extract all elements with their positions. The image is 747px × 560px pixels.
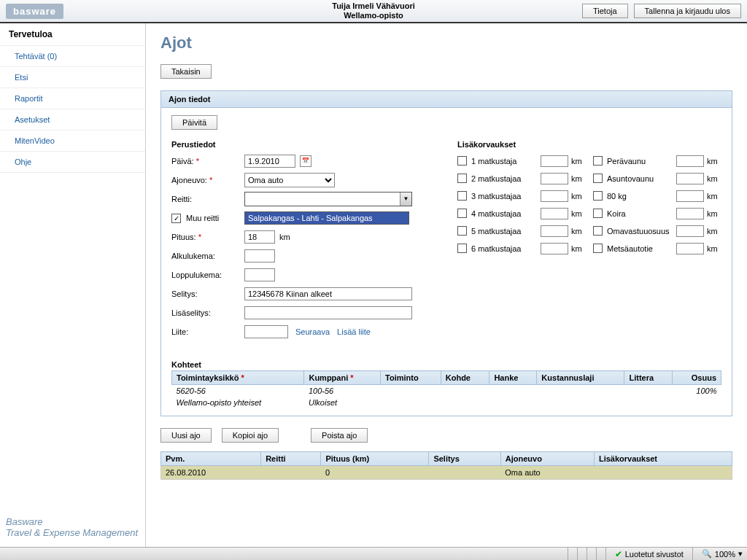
comp-km-input[interactable] bbox=[676, 155, 704, 167]
logo: basware bbox=[6, 4, 63, 19]
comp-km-input[interactable] bbox=[541, 225, 568, 237]
comp-km-input[interactable] bbox=[541, 243, 568, 254]
km-unit: km bbox=[279, 233, 290, 241]
ajoneuvo-select[interactable]: Oma auto bbox=[244, 173, 335, 187]
comp-km-input[interactable] bbox=[541, 208, 568, 219]
comp-checkbox[interactable] bbox=[593, 174, 603, 183]
calendar-icon[interactable]: 📅 bbox=[300, 155, 311, 167]
zoom-icon: 🔍 bbox=[702, 549, 712, 559]
label-pituus: Pituus: * bbox=[171, 233, 244, 241]
km-unit: km bbox=[571, 244, 586, 253]
sidebar: Tervetuloa Tehtävät (0) Etsi Raportit As… bbox=[0, 23, 146, 547]
km-unit: km bbox=[707, 227, 721, 236]
sidebar-item-video[interactable]: MitenVideo bbox=[0, 131, 145, 152]
kohteet-header: Hanke bbox=[489, 371, 537, 385]
kopioi-ajo-button[interactable]: Kopioi ajo bbox=[222, 428, 279, 443]
kohteet-header: Osuus bbox=[673, 371, 721, 385]
ajon-tiedot-panel: Ajon tiedot Päivitä Perustiedot Päivä: *… bbox=[160, 90, 732, 416]
comp-checkbox[interactable] bbox=[593, 209, 603, 218]
info-button[interactable]: Tietoja bbox=[582, 4, 628, 18]
comp-checkbox[interactable] bbox=[593, 156, 603, 166]
comp-km-input[interactable] bbox=[541, 155, 568, 167]
footer-product: Travel & Expense Management bbox=[6, 527, 138, 538]
comp-row: Koirakm bbox=[593, 206, 721, 221]
kohteet-table: Toimintayksikkö *Kumppani *ToimintoKohde… bbox=[171, 370, 721, 408]
back-button[interactable]: Takaisin bbox=[160, 64, 212, 79]
comp-checkbox[interactable] bbox=[593, 191, 603, 201]
comp-km-input[interactable] bbox=[676, 225, 704, 237]
update-button[interactable]: Päivitä bbox=[171, 115, 217, 130]
header-user-org: Tuija Irmeli Vähävuori Wellamo-opisto bbox=[332, 1, 415, 20]
comp-row: Perävaunukm bbox=[593, 153, 721, 168]
table-row[interactable]: 26.08.20100Oma auto bbox=[161, 466, 732, 480]
paiva-input[interactable] bbox=[244, 155, 295, 168]
liite-input[interactable] bbox=[244, 325, 288, 338]
ajot-cell: 0 bbox=[321, 466, 429, 480]
comp-label: 4 matkustajaa bbox=[470, 209, 541, 218]
km-unit: km bbox=[571, 227, 586, 236]
kohteet-cell bbox=[673, 397, 721, 408]
comp-checkbox[interactable] bbox=[457, 209, 467, 218]
ajot-header: Pituus (km) bbox=[321, 452, 429, 466]
kohteet-cell bbox=[624, 397, 673, 408]
sidebar-item-search[interactable]: Etsi bbox=[0, 67, 145, 88]
zoom-control[interactable]: 🔍 100% ▾ bbox=[697, 549, 747, 559]
label-paiva: Päivä: * bbox=[171, 157, 244, 166]
comp-checkbox[interactable] bbox=[457, 174, 467, 183]
comp-checkbox[interactable] bbox=[593, 244, 603, 253]
basics-title: Perustiedot bbox=[171, 140, 436, 149]
chevron-down-icon: ▾ bbox=[738, 549, 743, 559]
comp-checkbox[interactable] bbox=[457, 156, 467, 166]
kohteet-header: Kumppani * bbox=[304, 371, 381, 385]
seuraava-link[interactable]: Seuraava bbox=[295, 327, 330, 336]
comp-checkbox[interactable] bbox=[593, 226, 603, 236]
comp-row: 2 matkustajaakm bbox=[457, 171, 586, 186]
header-user: Tuija Irmeli Vähävuori bbox=[332, 1, 415, 11]
comp-row: 4 matkustajaakm bbox=[457, 206, 586, 221]
comp-km-input[interactable] bbox=[541, 173, 568, 184]
sidebar-item-help[interactable]: Ohje bbox=[0, 152, 145, 173]
reitti-select[interactable]: ▼ bbox=[244, 192, 412, 206]
app-header: basware Tuija Irmeli Vähävuori Wellamo-o… bbox=[0, 0, 747, 23]
alkulukema-input[interactable] bbox=[244, 249, 275, 262]
statusbar: ✔ Luotetut sivustot 🔍 100% ▾ bbox=[0, 547, 747, 560]
save-logout-button[interactable]: Tallenna ja kirjaudu ulos bbox=[634, 4, 741, 18]
comp-km-input[interactable] bbox=[676, 208, 704, 219]
comp-km-input[interactable] bbox=[676, 190, 704, 202]
comp-checkbox[interactable] bbox=[457, 191, 467, 201]
comp-km-input[interactable] bbox=[676, 173, 704, 184]
comp-label: Asuntovaunu bbox=[605, 174, 676, 183]
km-unit: km bbox=[707, 174, 721, 183]
comp-km-input[interactable] bbox=[541, 190, 568, 202]
kohteet-cell: 100% bbox=[673, 385, 721, 397]
sidebar-item-tasks[interactable]: Tehtävät (0) bbox=[0, 46, 145, 67]
comp-checkbox[interactable] bbox=[457, 226, 467, 236]
pituus-input[interactable] bbox=[244, 230, 275, 244]
km-unit: km bbox=[571, 157, 586, 166]
ajot-cell bbox=[261, 466, 321, 480]
comp-checkbox[interactable] bbox=[457, 244, 467, 253]
page-title: Ajot bbox=[160, 34, 732, 52]
comp-label: 6 matkustajaa bbox=[470, 244, 541, 253]
selitys-input[interactable] bbox=[244, 287, 412, 300]
kohteet-cell bbox=[441, 397, 489, 408]
comp-km-input[interactable] bbox=[676, 243, 704, 254]
label-alkulukema: Alkulukema: bbox=[171, 252, 244, 260]
ajot-header: Ajoneuvo bbox=[500, 452, 594, 466]
km-unit: km bbox=[571, 192, 586, 201]
loppulukema-input[interactable] bbox=[244, 268, 275, 281]
sidebar-item-reports[interactable]: Raportit bbox=[0, 88, 145, 109]
muu-reitti-input[interactable] bbox=[244, 211, 409, 225]
sidebar-item-settings[interactable]: Asetukset bbox=[0, 109, 145, 131]
uusi-ajo-button[interactable]: Uusi ajo bbox=[160, 428, 212, 443]
ajot-header: Pvm. bbox=[161, 452, 261, 466]
km-unit: km bbox=[707, 209, 721, 218]
comp-row: Omavastuuosuuskm bbox=[593, 223, 721, 238]
sidebar-title: Tervetuloa bbox=[0, 23, 145, 46]
lisaselitys-input[interactable] bbox=[244, 306, 412, 319]
kohteet-cell bbox=[381, 397, 441, 408]
poista-ajo-button[interactable]: Poista ajo bbox=[311, 428, 368, 443]
muu-reitti-checkbox[interactable]: ✓ bbox=[171, 214, 181, 223]
panel-header: Ajon tiedot bbox=[161, 91, 732, 108]
lisaa-liite-link[interactable]: Lisää liite bbox=[337, 327, 371, 336]
